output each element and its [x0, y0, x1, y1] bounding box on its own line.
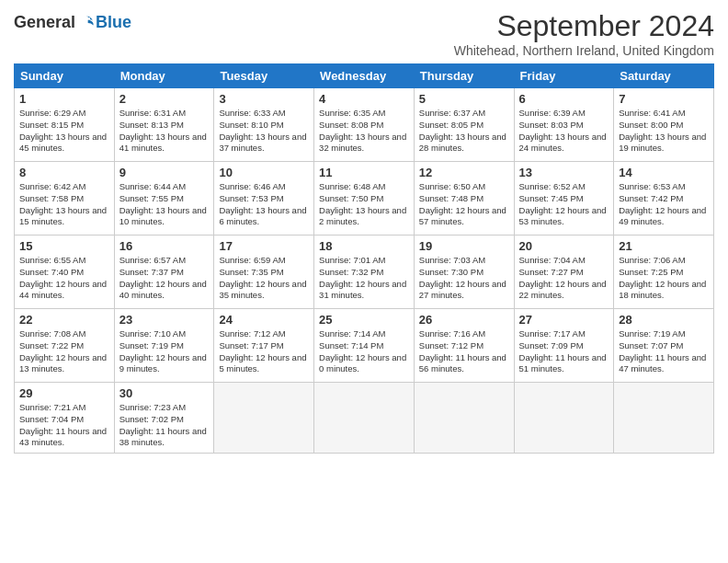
col-tuesday: Tuesday [214, 64, 314, 88]
table-row: 8Sunrise: 6:42 AMSunset: 7:58 PMDaylight… [15, 162, 115, 236]
table-row: 7Sunrise: 6:41 AMSunset: 8:00 PMDaylight… [614, 88, 714, 162]
col-saturday: Saturday [614, 64, 714, 88]
day-number: 16 [119, 239, 210, 253]
logo: General Blue [14, 13, 131, 32]
cell-info: Sunrise: 7:10 AMSunset: 7:19 PMDaylight:… [119, 328, 210, 375]
table-row [514, 383, 614, 454]
day-number: 14 [619, 166, 709, 179]
day-number: 6 [519, 92, 609, 106]
table-row: 25Sunrise: 7:14 AMSunset: 7:14 PMDayligh… [314, 309, 415, 383]
cell-info: Sunrise: 6:37 AMSunset: 8:05 PMDaylight:… [419, 108, 509, 155]
table-row: 21Sunrise: 7:06 AMSunset: 7:25 PMDayligh… [614, 236, 714, 309]
cell-info: Sunrise: 6:33 AMSunset: 8:10 PMDaylight:… [219, 108, 309, 155]
day-number: 24 [219, 313, 309, 327]
table-row: 15Sunrise: 6:55 AMSunset: 7:40 PMDayligh… [15, 236, 115, 309]
cell-info: Sunrise: 7:14 AMSunset: 7:14 PMDaylight:… [319, 328, 409, 375]
cell-info: Sunrise: 6:52 AMSunset: 7:45 PMDaylight:… [519, 181, 609, 228]
day-number: 12 [419, 166, 509, 179]
table-row: 26Sunrise: 7:16 AMSunset: 7:12 PMDayligh… [414, 309, 514, 383]
day-number: 11 [319, 166, 409, 179]
cell-info: Sunrise: 6:42 AMSunset: 7:58 PMDaylight:… [19, 181, 109, 228]
col-wednesday: Wednesday [314, 64, 415, 88]
header-area: General Blue September 2024 Whitehead, N… [14, 9, 714, 58]
cell-info: Sunrise: 6:31 AMSunset: 8:13 PMDaylight:… [119, 108, 210, 155]
table-row: 17Sunrise: 6:59 AMSunset: 7:35 PMDayligh… [214, 236, 314, 309]
day-number: 26 [419, 313, 509, 327]
day-number: 18 [319, 239, 409, 253]
cell-info: Sunrise: 6:50 AMSunset: 7:48 PMDaylight:… [419, 181, 509, 228]
table-row [614, 383, 714, 454]
day-number: 3 [219, 92, 309, 106]
cell-info: Sunrise: 7:19 AMSunset: 7:07 PMDaylight:… [619, 328, 709, 375]
table-row [414, 383, 514, 454]
day-number: 21 [619, 239, 709, 253]
table-row: 14Sunrise: 6:53 AMSunset: 7:42 PMDayligh… [614, 162, 714, 236]
table-row: 6Sunrise: 6:39 AMSunset: 8:03 PMDaylight… [514, 88, 614, 162]
table-row: 16Sunrise: 6:57 AMSunset: 7:37 PMDayligh… [114, 236, 214, 309]
table-row: 4Sunrise: 6:35 AMSunset: 8:08 PMDaylight… [314, 88, 415, 162]
col-friday: Friday [514, 64, 614, 88]
cell-info: Sunrise: 7:01 AMSunset: 7:32 PMDaylight:… [319, 255, 409, 302]
table-row: 30Sunrise: 7:23 AMSunset: 7:02 PMDayligh… [114, 383, 214, 454]
day-number: 28 [619, 313, 709, 327]
logo-general-text: General [14, 13, 75, 32]
day-number: 27 [519, 313, 609, 327]
cell-info: Sunrise: 6:41 AMSunset: 8:00 PMDaylight:… [619, 108, 709, 155]
col-sunday: Sunday [15, 64, 115, 88]
table-row: 1Sunrise: 6:29 AMSunset: 8:15 PMDaylight… [15, 88, 115, 162]
cell-info: Sunrise: 6:55 AMSunset: 7:40 PMDaylight:… [19, 255, 109, 302]
cell-info: Sunrise: 6:44 AMSunset: 7:55 PMDaylight:… [119, 181, 210, 228]
day-number: 22 [19, 313, 109, 327]
cell-info: Sunrise: 7:06 AMSunset: 7:25 PMDaylight:… [619, 255, 709, 302]
day-number: 8 [19, 166, 109, 179]
table-row: 5Sunrise: 6:37 AMSunset: 8:05 PMDaylight… [414, 88, 514, 162]
day-number: 17 [219, 239, 309, 253]
day-number: 29 [19, 386, 109, 400]
calendar-table: Sunday Monday Tuesday Wednesday Thursday… [14, 63, 714, 454]
cell-info: Sunrise: 7:08 AMSunset: 7:22 PMDaylight:… [19, 328, 109, 375]
day-number: 2 [119, 92, 210, 106]
cell-info: Sunrise: 6:53 AMSunset: 7:42 PMDaylight:… [619, 181, 709, 228]
day-number: 20 [519, 239, 609, 253]
table-row [314, 383, 415, 454]
table-row: 12Sunrise: 6:50 AMSunset: 7:48 PMDayligh… [414, 162, 514, 236]
day-number: 13 [519, 166, 609, 179]
cell-info: Sunrise: 6:48 AMSunset: 7:50 PMDaylight:… [319, 181, 409, 228]
calendar-header-row: Sunday Monday Tuesday Wednesday Thursday… [15, 64, 714, 88]
table-row: 22Sunrise: 7:08 AMSunset: 7:22 PMDayligh… [15, 309, 115, 383]
table-row [214, 383, 314, 454]
day-number: 30 [119, 386, 210, 400]
cell-info: Sunrise: 7:21 AMSunset: 7:04 PMDaylight:… [19, 402, 109, 449]
table-row: 13Sunrise: 6:52 AMSunset: 7:45 PMDayligh… [514, 162, 614, 236]
day-number: 7 [619, 92, 709, 106]
cell-info: Sunrise: 7:12 AMSunset: 7:17 PMDaylight:… [219, 328, 309, 375]
cell-info: Sunrise: 6:59 AMSunset: 7:35 PMDaylight:… [219, 255, 309, 302]
table-row: 28Sunrise: 7:19 AMSunset: 7:07 PMDayligh… [614, 309, 714, 383]
col-thursday: Thursday [414, 64, 514, 88]
day-number: 15 [19, 239, 109, 253]
cell-info: Sunrise: 6:29 AMSunset: 8:15 PMDaylight:… [19, 108, 109, 155]
cell-info: Sunrise: 7:03 AMSunset: 7:30 PMDaylight:… [419, 255, 509, 302]
cell-info: Sunrise: 7:16 AMSunset: 7:12 PMDaylight:… [419, 328, 509, 375]
day-number: 19 [419, 239, 509, 253]
table-row: 2Sunrise: 6:31 AMSunset: 8:13 PMDaylight… [114, 88, 214, 162]
cell-info: Sunrise: 6:46 AMSunset: 7:53 PMDaylight:… [219, 181, 309, 228]
page-container: General Blue September 2024 Whitehead, N… [0, 0, 728, 463]
table-row: 27Sunrise: 7:17 AMSunset: 7:09 PMDayligh… [514, 309, 614, 383]
day-number: 1 [19, 92, 109, 106]
logo-blue-text: Blue [96, 13, 131, 32]
title-area: September 2024 Whitehead, Northern Irela… [454, 9, 714, 58]
cell-info: Sunrise: 6:57 AMSunset: 7:37 PMDaylight:… [119, 255, 210, 302]
logo-bird-icon [77, 14, 96, 32]
day-number: 5 [419, 92, 509, 106]
table-row: 3Sunrise: 6:33 AMSunset: 8:10 PMDaylight… [214, 88, 314, 162]
day-number: 10 [219, 166, 309, 179]
table-row: 11Sunrise: 6:48 AMSunset: 7:50 PMDayligh… [314, 162, 415, 236]
location-subtitle: Whitehead, Northern Ireland, United King… [454, 43, 714, 58]
table-row: 24Sunrise: 7:12 AMSunset: 7:17 PMDayligh… [214, 309, 314, 383]
month-title: September 2024 [454, 9, 714, 43]
cell-info: Sunrise: 6:35 AMSunset: 8:08 PMDaylight:… [319, 108, 409, 155]
cell-info: Sunrise: 7:23 AMSunset: 7:02 PMDaylight:… [119, 402, 210, 449]
day-number: 4 [319, 92, 409, 106]
table-row: 10Sunrise: 6:46 AMSunset: 7:53 PMDayligh… [214, 162, 314, 236]
